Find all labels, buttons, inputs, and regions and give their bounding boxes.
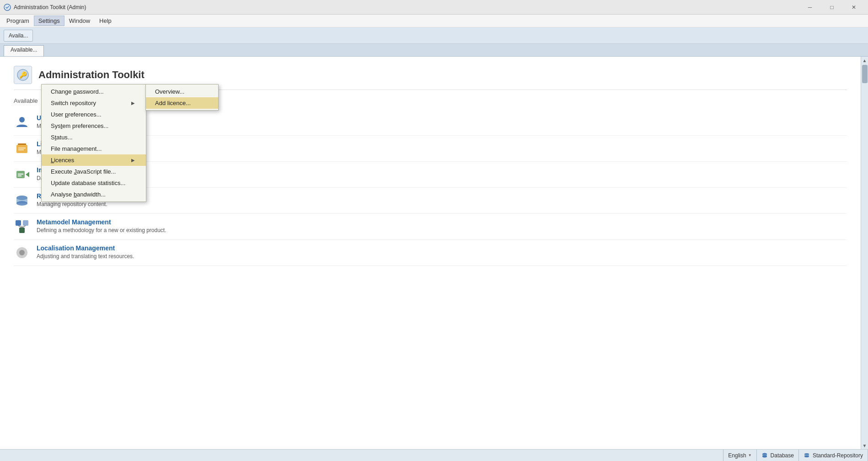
status-main <box>0 450 723 461</box>
window-controls: ─ □ ✕ <box>799 0 864 14</box>
submenu-overview[interactable]: Overview... <box>146 86 218 97</box>
svg-rect-4 <box>16 145 27 153</box>
window-title: Administration Toolkit (Admin) <box>14 4 799 11</box>
svg-marker-9 <box>26 172 29 177</box>
tab-bar: Available... <box>0 44 868 57</box>
minimize-button[interactable]: ─ <box>799 0 820 14</box>
menu-analyse-bandwidth[interactable]: Analyse bandwidth... <box>42 189 146 200</box>
toolbar: Availa... <box>0 27 868 44</box>
svg-line-20 <box>22 226 26 228</box>
svg-point-25 <box>762 455 767 457</box>
page-title: Administration Toolkit <box>38 69 145 81</box>
menu-status[interactable]: Status... <box>42 132 146 143</box>
app-icon <box>4 4 11 11</box>
licences-submenu: Overview... Add licence... <box>145 84 219 111</box>
metamodel-management-text: Metamodel Management Defining a methodol… <box>37 218 166 233</box>
svg-point-22 <box>19 250 25 255</box>
menu-window[interactable]: Window <box>64 16 95 26</box>
menu-program[interactable]: Program <box>2 16 34 26</box>
language-label: English <box>728 452 746 459</box>
svg-rect-5 <box>18 143 26 145</box>
repository-management-icon <box>14 192 30 209</box>
svg-point-3 <box>19 117 25 122</box>
svg-point-14 <box>16 201 27 206</box>
menu-help[interactable]: Help <box>95 16 116 26</box>
localisation-management-link[interactable]: Localisation Management <box>37 244 115 252</box>
content-area: 🔑 Administration Toolkit Available User … <box>0 57 868 449</box>
menu-switch-repository[interactable]: Switch repository ▶ <box>42 97 146 109</box>
svg-point-28 <box>804 456 809 457</box>
title-bar: Administration Toolkit (Admin) ─ □ ✕ <box>0 0 868 15</box>
menu-bar: Program Settings Window Help <box>0 15 868 27</box>
scroll-up-arrow[interactable]: ▲ <box>861 57 868 64</box>
menu-user-preferences[interactable]: User preferences... <box>42 109 146 120</box>
svg-rect-6 <box>18 148 26 148</box>
maximize-button[interactable]: □ <box>821 0 842 14</box>
submenu-add-licence[interactable]: Add licence... <box>146 97 218 109</box>
language-dropdown-arrow: ▼ <box>748 453 752 457</box>
metamodel-management-desc: Defining a methodology for a new or exis… <box>37 227 166 233</box>
svg-rect-15 <box>16 220 21 226</box>
svg-rect-7 <box>18 149 24 150</box>
scroll-down-arrow[interactable]: ▼ <box>861 442 868 449</box>
svg-rect-11 <box>18 175 21 176</box>
database-label: Database <box>771 452 794 459</box>
menu-system-preferences[interactable]: System preferences... <box>42 120 146 132</box>
menu-settings[interactable]: Settings <box>34 16 64 26</box>
status-repository-section[interactable]: Standard-Repository <box>799 450 868 461</box>
repository-icon <box>804 452 810 459</box>
repository-management-desc: Managing repository content. <box>37 201 111 207</box>
localisation-management-desc: Adjusting and translating text resources… <box>37 253 134 260</box>
svg-rect-10 <box>18 174 23 175</box>
language-dropdown[interactable]: English ▼ <box>728 452 751 459</box>
svg-rect-16 <box>23 220 28 226</box>
metamodel-management-link[interactable]: Metamodel Management <box>37 218 111 226</box>
svg-rect-17 <box>19 228 25 233</box>
menu-licences[interactable]: Licences ▶ <box>42 154 146 166</box>
svg-text:🔑: 🔑 <box>19 71 27 79</box>
menu-execute-javascript[interactable]: Execute JavaScript file... <box>42 166 146 177</box>
svg-line-19 <box>18 226 22 228</box>
metamodel-management-icon <box>14 218 30 235</box>
repository-label: Standard-Repository <box>813 452 863 459</box>
database-icon <box>761 452 768 459</box>
user-management-icon <box>14 114 30 131</box>
menu-file-management[interactable]: File management... <box>42 143 146 154</box>
import-export-icon <box>14 166 30 183</box>
menu-change-password[interactable]: Change password... <box>42 86 146 97</box>
status-bar: English ▼ Database Standard-Repository <box>0 449 868 461</box>
library-management-icon <box>14 140 30 157</box>
section-metamodel-management: Metamodel Management Defining a methodol… <box>14 214 847 240</box>
localisation-management-text: Localisation Management Adjusting and tr… <box>37 244 134 260</box>
right-scrollbar: ▲ ▼ <box>861 57 868 449</box>
status-language-section[interactable]: English ▼ <box>723 450 756 461</box>
toolbar-available-button[interactable]: Availa... <box>4 30 33 42</box>
close-button[interactable]: ✕ <box>843 0 864 14</box>
menu-update-database[interactable]: Update database statistics... <box>42 177 146 189</box>
tab-available[interactable]: Available... <box>4 45 44 56</box>
scroll-thumb[interactable] <box>862 65 868 83</box>
settings-menu: Change password... Switch repository ▶ U… <box>41 84 146 202</box>
localisation-management-icon <box>14 244 30 261</box>
page-title-icon: 🔑 <box>14 66 32 84</box>
section-localisation-management: Localisation Management Adjusting and tr… <box>14 240 847 266</box>
status-database-section[interactable]: Database <box>757 450 799 461</box>
